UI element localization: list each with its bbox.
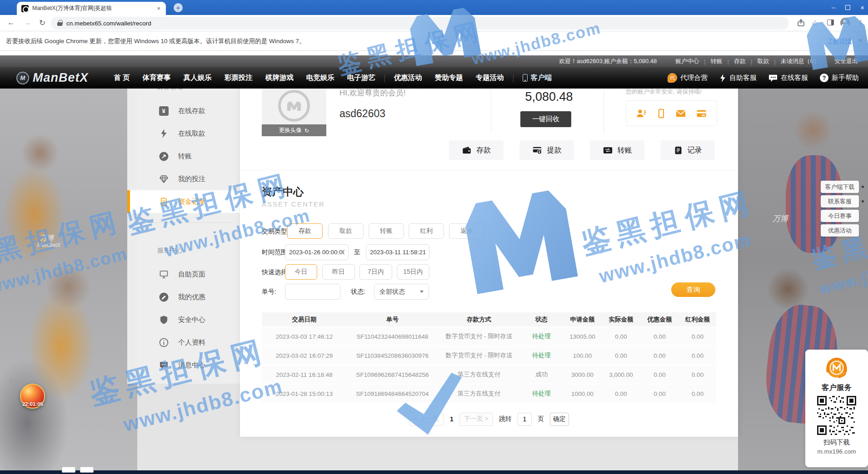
deposit-action-button[interactable]: 存款	[449, 140, 504, 160]
side-tab-today-matches[interactable]: 今日赛事	[821, 210, 859, 222]
deposit-label: 存款	[476, 146, 491, 155]
nav-item-promotions[interactable]: 优惠活动	[388, 73, 429, 83]
sidebar-label: 我的投注	[178, 175, 205, 183]
nav-item-specials[interactable]: 专题活动	[469, 73, 510, 83]
quick-today-active[interactable]: 今日	[285, 264, 317, 280]
section-divider	[240, 170, 738, 170]
share-icon[interactable]	[797, 19, 805, 27]
url-text[interactable]: cn.mebetx65.com/wallet/record	[66, 20, 151, 27]
email-bind-icon[interactable]	[675, 108, 687, 119]
type-filter-withdraw[interactable]: 取款	[328, 223, 364, 239]
promo-countdown: 22:01:05	[17, 401, 48, 407]
sidebar-item-online-withdraw[interactable]: 在线取款	[127, 122, 240, 145]
status-select[interactable]: 全部状态	[374, 284, 429, 300]
jump-page-input[interactable]	[518, 413, 532, 426]
userbar-link-withdraw[interactable]: 取款	[752, 57, 774, 65]
reload-icon[interactable]: ↻	[39, 18, 45, 28]
records-action-button[interactable]: 记录	[660, 140, 715, 160]
window-minimize-icon[interactable]: ─	[832, 5, 836, 10]
new-tab-button[interactable]: +	[174, 3, 183, 12]
quick-7-days[interactable]: 7日内	[359, 264, 392, 280]
nav-self-service-link[interactable]: 自助客服	[719, 74, 757, 82]
nav-item-lottery[interactable]: 彩票投注	[218, 73, 259, 83]
userbar-link-logout[interactable]: 安全退出	[834, 57, 858, 65]
nav-item-home[interactable]: 首 页	[108, 73, 136, 83]
nav-item-slots[interactable]: 电子游艺	[341, 73, 382, 83]
sidebar-item-message-center[interactable]: 消息中心	[127, 354, 240, 376]
promo-close-icon[interactable]: ×	[9, 377, 13, 385]
change-avatar-label: 更换头像	[279, 127, 302, 134]
sidebar-item-online-deposit[interactable]: ¥ 在线存款	[127, 99, 240, 122]
window-maximize-icon[interactable]	[845, 5, 850, 10]
brand-logo[interactable]: M ManBetX	[16, 71, 89, 85]
side-tab-contact-service[interactable]: 联系客服	[821, 195, 859, 207]
type-filter-bonus[interactable]: 红利	[409, 223, 444, 239]
nav-item-client-app[interactable]: 客户端	[516, 73, 559, 83]
next-page-button[interactable]: 下一页 >	[459, 413, 493, 426]
sidebar-item-security-center[interactable]: 安全中心	[127, 308, 240, 331]
address-bar[interactable]: cn.mebetx65.com/wallet/record	[51, 17, 789, 30]
notice-close-icon[interactable]: ×	[858, 36, 863, 44]
nav-item-live-casino[interactable]: 真人娱乐	[177, 73, 218, 83]
change-avatar-button[interactable]: 更换头像 ↻	[262, 124, 326, 136]
userbar-link-transfer[interactable]: 转账	[706, 57, 728, 65]
side-tab-client-download[interactable]: 客户端下载	[821, 181, 859, 193]
transfer-action-button[interactable]: 转账	[590, 140, 644, 160]
table-row[interactable]: 2023-03-02 16:07:29 SF110384520863603097…	[262, 346, 716, 365]
left-football-photo	[0, 51, 137, 471]
sidebar-label: 在线存款	[178, 107, 205, 115]
side-tab-promotions[interactable]: 优惠活动	[821, 224, 859, 237]
side-panel-icon[interactable]	[827, 20, 834, 25]
sidebar-item-transfer[interactable]: 转账	[127, 145, 240, 168]
profile-avatar-icon[interactable]	[840, 18, 850, 28]
type-filter-transfer[interactable]: 转账	[369, 223, 404, 239]
sidebar-item-profile[interactable]: 个人资料	[127, 331, 240, 354]
browser-tab[interactable]: ManBetX(万博体育)官网|英超狼 ×	[17, 2, 166, 15]
bank-card-icon[interactable]	[695, 108, 708, 119]
table-row[interactable]: 2023-02-11 16:18:48 SF109696268741564825…	[262, 365, 716, 384]
browser-menu-icon[interactable]: ⋮	[857, 19, 864, 27]
tab-close-icon[interactable]: ×	[156, 5, 161, 12]
current-page-number[interactable]: 1	[450, 415, 454, 423]
phone-bind-icon[interactable]	[656, 108, 666, 119]
nav-item-board-games[interactable]: 棋牌游戏	[259, 73, 300, 83]
user-avatar[interactable]: 更换头像 ↻	[262, 86, 326, 136]
quick-yesterday[interactable]: 昨日	[322, 264, 355, 280]
type-filter-rebate[interactable]: 返水	[449, 223, 484, 239]
sidebar-item-my-promos[interactable]: 我的优惠	[127, 286, 240, 308]
nav-help-link[interactable]: ? 新手帮助	[820, 74, 859, 82]
date-from-input[interactable]	[285, 244, 349, 260]
date-to-connector: 至	[354, 248, 360, 257]
nav-agent-link[interactable]: 代 代理合营	[668, 73, 708, 83]
table-row[interactable]: 2023-03-03 17:46:12 SF110423244069801164…	[262, 326, 716, 346]
prev-page-button[interactable]: < 上一页	[409, 413, 444, 426]
userbar-link-deposit[interactable]: 存款	[729, 57, 751, 65]
window-close-icon[interactable]: ×	[860, 4, 864, 11]
customer-service-panel[interactable]: 客户服务 扫码下载 m.mx196.com	[805, 350, 868, 467]
userbar-link-account[interactable]: 账户中心	[670, 57, 704, 65]
back-icon[interactable]: ←	[7, 18, 15, 27]
account-status-bar: 欢迎！asd62603,账户余额：5,080.48 账户中心| 转账| 存款| …	[0, 55, 868, 67]
userbar-link-messages[interactable]: 未读消息（0）	[776, 57, 824, 65]
sidebar-item-my-bets[interactable]: 我的投注	[127, 168, 240, 190]
quick-15-days[interactable]: 15日内	[397, 264, 429, 280]
sidebar-item-self-service[interactable]: 自助页面	[127, 263, 240, 286]
withdraw-action-button[interactable]: 提款	[519, 140, 574, 160]
nav-online-service-link[interactable]: 在线客服	[768, 74, 808, 82]
date-to-input[interactable]	[366, 244, 429, 260]
one-key-recycle-button[interactable]: 一键回收	[520, 111, 571, 127]
sidebar-item-fund-records-active[interactable]: 资金记录	[127, 190, 240, 213]
jump-confirm-button[interactable]: 确定	[550, 413, 569, 426]
table-row[interactable]: 2023-01-28 15:00:13 SF109186948466452070…	[262, 384, 716, 403]
order-no-input[interactable]	[285, 284, 340, 300]
search-button[interactable]: 查询	[671, 282, 715, 297]
contact-person-icon[interactable]	[635, 108, 648, 119]
bookmark-star-icon[interactable]: ☆	[812, 19, 818, 28]
nav-item-esports[interactable]: 电竞娱乐	[300, 73, 341, 83]
forward-icon[interactable]: →	[24, 18, 31, 27]
nav-item-sponsorship[interactable]: 赞助专题	[429, 73, 469, 83]
learn-more-link[interactable]: 了解详情	[827, 37, 852, 45]
account-safety-tip: 您的账户非常安全, 请保持哦!	[626, 88, 702, 96]
nav-item-sports[interactable]: 体育赛事	[136, 73, 177, 83]
type-filter-deposit-active[interactable]: 存款	[287, 223, 323, 239]
